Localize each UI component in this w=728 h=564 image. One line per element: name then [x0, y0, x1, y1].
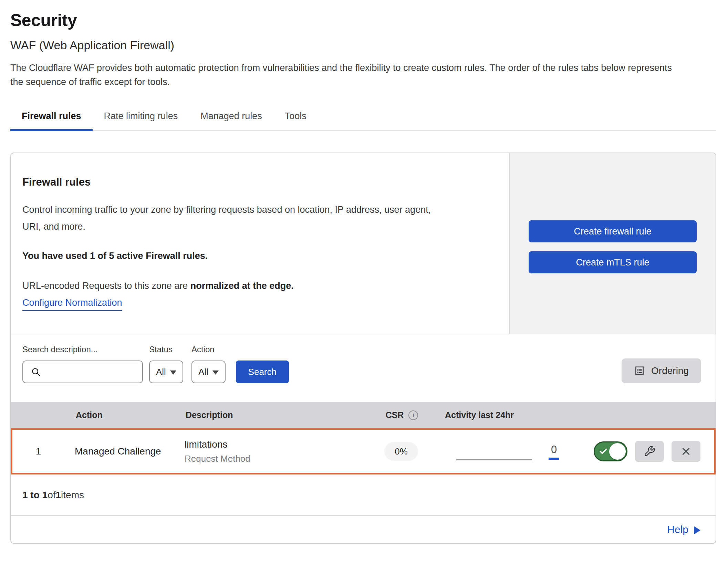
normalization-text: URL-encoded Requests to this zone are: [22, 281, 190, 291]
activity-column-header: Activity last 24hr: [445, 410, 716, 420]
rule-description: limitations: [185, 439, 359, 450]
rule-action: Managed Challenge: [64, 446, 173, 457]
overview-text-panel: Firewall rules Control incoming traffic …: [11, 153, 509, 334]
status-label: Status: [149, 345, 183, 354]
filters-bar: Search description... Status All Action: [11, 334, 716, 402]
chevron-down-icon: [212, 370, 219, 375]
tab-tools[interactable]: Tools: [273, 107, 318, 130]
table-row: 1 Managed Challenge limitations Request …: [11, 428, 716, 474]
normalization-note: URL-encoded Requests to this zone are no…: [22, 281, 495, 291]
items-total: 1: [56, 490, 61, 501]
info-icon[interactable]: i: [408, 410, 418, 420]
usage-summary: You have used 1 of 5 active Firewall rul…: [22, 251, 495, 261]
items-range: 1 to 1: [22, 490, 48, 501]
normalization-bold: normalized at the edge.: [190, 281, 294, 291]
firewall-rules-overview: Firewall rules Control incoming traffic …: [11, 153, 716, 334]
rule-description-cell[interactable]: limitations Request Method: [173, 439, 359, 464]
search-group: Search description...: [22, 345, 143, 383]
waf-tabs: Firewall rules Rate limiting rules Manag…: [10, 107, 716, 131]
ordering-button[interactable]: Ordering: [622, 358, 701, 383]
create-firewall-rule-button[interactable]: Create firewall rule: [529, 220, 697, 242]
overview-body: Control incoming traffic to your zone by…: [22, 201, 446, 235]
help-link-label: Help: [667, 524, 688, 535]
pagination-summary: 1 to 1 of 1 items: [11, 474, 716, 516]
overview-heading: Firewall rules: [22, 176, 495, 188]
activity-sparkline: [456, 459, 532, 460]
rule-priority: 1: [12, 446, 64, 457]
action-label: Action: [191, 345, 226, 354]
help-row: Help: [11, 516, 716, 543]
activity-count-link[interactable]: 0: [549, 443, 559, 460]
search-button[interactable]: Search: [236, 361, 289, 383]
status-dropdown-value: All: [156, 367, 166, 377]
ordering-button-label: Ordering: [651, 365, 689, 376]
action-dropdown[interactable]: All: [191, 361, 226, 383]
page-description: The Cloudflare WAF provides both automat…: [10, 61, 675, 89]
items-label: items: [61, 490, 84, 501]
rule-enabled-toggle[interactable]: [594, 441, 627, 461]
items-of: of: [48, 490, 55, 501]
help-link[interactable]: Help: [667, 524, 700, 535]
waf-security-page: Security WAF (Web Application Firewall) …: [0, 0, 728, 564]
configure-normalization-link[interactable]: Configure Normalization: [22, 297, 122, 311]
status-filter-group: Status All: [149, 345, 183, 383]
toggle-knob: [609, 443, 626, 460]
action-dropdown-value: All: [198, 367, 208, 377]
rule-csr-cell: 0%: [384, 446, 418, 457]
rule-activity-cell: 0: [444, 441, 714, 462]
search-input-wrapper: [22, 361, 143, 383]
chevron-down-icon: [170, 370, 176, 375]
check-icon: [599, 447, 608, 456]
create-actions-panel: Create firewall rule Create mTLS rule: [509, 153, 716, 334]
tab-firewall-rules[interactable]: Firewall rules: [10, 107, 93, 130]
firewall-rules-card: Firewall rules Control incoming traffic …: [10, 153, 716, 544]
description-column-header: Description: [173, 410, 359, 420]
list-document-icon: [634, 365, 645, 376]
close-icon: [681, 446, 691, 457]
csr-column-header: CSR i: [386, 410, 418, 420]
csr-badge: 0%: [384, 442, 418, 461]
csr-header-label: CSR: [386, 410, 404, 420]
play-arrow-icon: [694, 526, 700, 534]
search-icon: [31, 367, 41, 377]
tab-managed-rules[interactable]: Managed rules: [189, 107, 273, 130]
page-subtitle: WAF (Web Application Firewall): [10, 39, 716, 52]
action-column-header: Action: [64, 410, 173, 420]
create-mtls-rule-button[interactable]: Create mTLS rule: [529, 251, 697, 273]
page-title: Security: [10, 10, 716, 30]
action-filter-group: Action All: [191, 345, 226, 383]
delete-rule-button[interactable]: [672, 441, 700, 462]
tab-rate-limiting-rules[interactable]: Rate limiting rules: [93, 107, 189, 130]
rules-table-header: Action Description CSR i Activity last 2…: [11, 402, 716, 428]
edit-rule-button[interactable]: [635, 441, 664, 462]
page-content: Security WAF (Web Application Firewall) …: [10, 0, 716, 544]
rule-expression-summary: Request Method: [185, 453, 359, 464]
search-label: Search description...: [22, 345, 143, 354]
wrench-icon: [644, 446, 655, 457]
search-input[interactable]: [46, 367, 142, 377]
status-dropdown[interactable]: All: [149, 361, 183, 383]
